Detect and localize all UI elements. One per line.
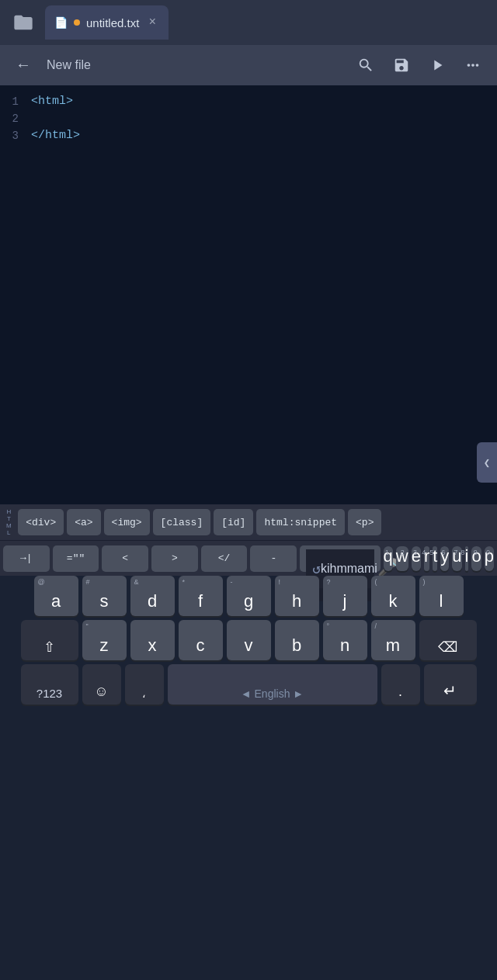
snippet-p[interactable]: <p>	[348, 509, 381, 535]
symbol-tab[interactable]: →|	[3, 545, 50, 572]
refresh-suggestions-button[interactable]: ↺	[312, 560, 321, 577]
keyboard-row-2: @a #s &d *f -g !h ?j (k )l	[0, 576, 497, 616]
run-button[interactable]	[422, 50, 452, 80]
key-j[interactable]: ?j	[323, 576, 367, 616]
snippet-bar: H T M L <div> <a> <img> [class] [id] htm…	[0, 504, 497, 540]
key-p[interactable]: 0p	[485, 546, 494, 571]
keyboard-row-bottom: ?123 ☺ ، ◄ English ► . ↵	[0, 664, 497, 705]
play-icon	[429, 57, 446, 74]
key-w[interactable]: 2w	[396, 546, 408, 571]
symbol-equals-quotes[interactable]: =""	[53, 545, 99, 572]
back-button[interactable]: ←	[9, 51, 37, 79]
file-tab[interactable]: 📄 untitled.txt ×	[45, 5, 169, 40]
snippet-img[interactable]: <img>	[104, 509, 150, 535]
code-line-3: </html>	[31, 127, 491, 144]
tab-modified-dot	[74, 19, 80, 26]
symbol-close-tag[interactable]: </	[201, 545, 248, 572]
snippet-id[interactable]: [id]	[214, 509, 253, 535]
html-label: H T M L	[3, 508, 15, 536]
line-numbers: 1 2 3	[0, 85, 25, 504]
key-shift[interactable]: ⇧	[21, 620, 78, 660]
key-comma[interactable]: ،	[125, 664, 164, 705]
key-o[interactable]: 9o	[471, 546, 481, 571]
symbol-comment[interactable]: ↺ ki hmm ami 🎤	[300, 545, 380, 572]
key-i[interactable]: 8i	[465, 546, 469, 571]
key-v[interactable]: v	[227, 620, 271, 660]
symbol-lt[interactable]: <	[102, 545, 148, 572]
key-a[interactable]: @a	[34, 576, 78, 616]
editor-wrapper: 1 2 3 <html> </html> ❮	[0, 85, 497, 504]
search-button[interactable]	[351, 50, 381, 80]
snippet-a[interactable]: <a>	[67, 509, 100, 535]
key-space[interactable]: ◄ English ►	[168, 664, 377, 705]
key-k[interactable]: (k	[371, 576, 415, 616]
suggestion-ki-label: ki	[321, 562, 330, 575]
line-num-1: 1	[0, 93, 19, 110]
toolbar: ← New file	[0, 45, 497, 85]
snippet-class[interactable]: [class]	[153, 509, 211, 535]
key-y[interactable]: 6y	[440, 546, 449, 571]
file-icon: 📄	[54, 16, 68, 29]
save-icon	[393, 57, 410, 74]
key-backspace[interactable]: ⌫	[419, 620, 477, 660]
symbol-bar: →| ="" < > </ - ↺ ki hmm ami 🎤 1q 2w 3e …	[0, 540, 497, 576]
key-g[interactable]: -g	[227, 576, 271, 616]
key-m[interactable]: /m	[371, 620, 415, 660]
code-line-2	[31, 110, 491, 127]
file-title: New file	[43, 58, 345, 72]
key-emoji[interactable]: ☺	[82, 664, 121, 705]
key-t[interactable]: 5t	[433, 546, 437, 571]
key-d[interactable]: &d	[130, 576, 175, 616]
suggestion-ki[interactable]: ki	[321, 562, 330, 576]
keyboard-row-3: ⇧ "z x c v b °n /m ⌫	[0, 620, 497, 660]
symbol-gt[interactable]: >	[151, 545, 198, 572]
tab-close-button[interactable]: ×	[145, 14, 159, 31]
tab-bar: 📄 untitled.txt ×	[0, 0, 497, 45]
key-z[interactable]: "z	[82, 620, 127, 660]
key-n[interactable]: °n	[323, 620, 367, 660]
suggestion-hmm-label: hmm	[330, 562, 358, 575]
line-num-3: 3	[0, 127, 19, 144]
code-line-1: <html>	[31, 93, 491, 110]
key-f[interactable]: *f	[179, 576, 223, 616]
key-period[interactable]: .	[381, 664, 420, 705]
more-icon	[464, 57, 481, 74]
save-button[interactable]	[387, 50, 416, 80]
editor-area[interactable]: 1 2 3 <html> </html>	[0, 85, 497, 504]
key-q[interactable]: 1q	[384, 546, 393, 571]
more-button[interactable]	[458, 50, 488, 80]
search-icon	[357, 57, 374, 74]
snippet-div[interactable]: <div>	[18, 509, 64, 535]
tab-filename: untitled.txt	[86, 16, 139, 29]
line-num-2: 2	[0, 110, 19, 127]
key-c[interactable]: c	[179, 620, 223, 660]
folder-button[interactable]	[6, 5, 40, 40]
collapse-handle[interactable]: ❮	[477, 442, 497, 483]
suggestion-ami[interactable]: ami	[357, 562, 377, 576]
suggestion-hmm[interactable]: hmm	[330, 562, 358, 576]
key-s[interactable]: #s	[82, 576, 127, 616]
symbol-dash[interactable]: -	[250, 545, 297, 572]
key-h[interactable]: !h	[275, 576, 319, 616]
suggestion-ami-label: ami	[357, 562, 377, 575]
key-r[interactable]: 4r	[424, 546, 429, 571]
key-e[interactable]: 3e	[412, 546, 421, 571]
key-x[interactable]: x	[130, 620, 175, 660]
code-content[interactable]: <html> </html>	[25, 85, 497, 504]
chevron-left-icon: ❮	[484, 456, 490, 469]
key-b[interactable]: b	[275, 620, 319, 660]
folder-icon	[12, 12, 34, 33]
key-l[interactable]: )l	[419, 576, 464, 616]
key-num-sym[interactable]: ?123	[21, 664, 78, 705]
snippet-html[interactable]: html:snippet	[256, 509, 345, 535]
key-enter[interactable]: ↵	[424, 664, 477, 705]
